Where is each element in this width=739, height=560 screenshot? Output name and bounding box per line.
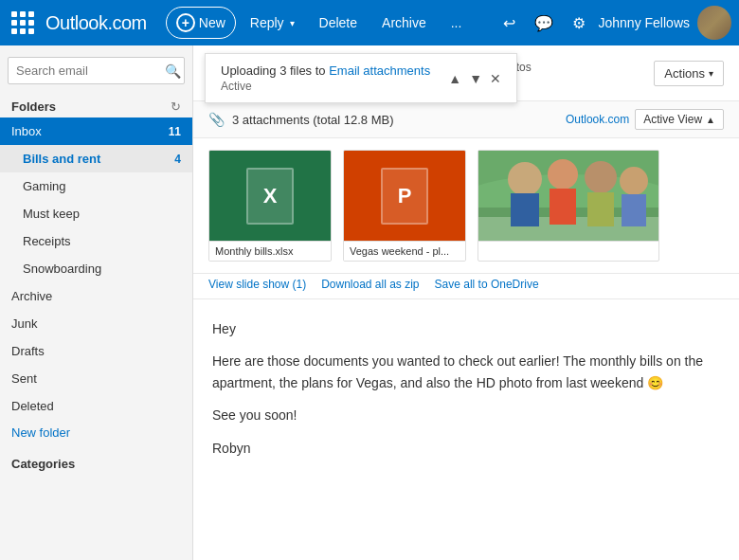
active-view-chevron-icon: ▲ [706, 115, 715, 125]
photo-preview [478, 151, 658, 241]
sidebar: 🔍 Folders ↻ Inbox 11 Bills and rent 4 Ga… [0, 45, 193, 560]
photo-image [478, 151, 658, 241]
user-name[interactable]: Johnny Fellows [599, 15, 691, 30]
pptx-icon: P [381, 168, 428, 225]
reply-button[interactable]: Reply ▾ [240, 9, 305, 37]
sidebar-item-sent[interactable]: Sent [0, 365, 192, 392]
svg-point-8 [585, 161, 617, 193]
save-onedrive-link[interactable]: Save all to OneDrive [435, 278, 539, 291]
avatar-image [697, 6, 731, 40]
attachment-xlsx[interactable]: X Monthly bills.xlsx [208, 150, 332, 262]
archive-button[interactable]: Archive [371, 9, 437, 37]
svg-rect-7 [550, 189, 576, 225]
more-button[interactable]: ... [441, 9, 473, 37]
paperclip-icon: 📎 [208, 112, 225, 127]
attachment-thumbnails: X Monthly bills.xlsx P Vegas weekend - p… [193, 138, 739, 274]
upload-close-icon[interactable]: ✕ [490, 71, 501, 86]
download-all-link[interactable]: Download all as zip [321, 278, 419, 291]
sidebar-item-junk[interactable]: Junk [0, 310, 192, 337]
sidebar-item-bills[interactable]: Bills and rent 4 [0, 145, 192, 172]
pptx-preview: P [344, 151, 465, 241]
nav-actions: + New Reply ▾ Delete Archive ... [166, 7, 473, 39]
sidebar-item-receipts[interactable]: Receipts [0, 227, 192, 255]
chat-icon-button[interactable]: 💬 [529, 9, 559, 38]
attachment-photo[interactable] [478, 150, 659, 262]
search-box: 🔍 [8, 57, 185, 84]
settings-icon-button[interactable]: ⚙ [567, 9, 591, 38]
sidebar-item-snowboarding[interactable]: Snowboarding [0, 255, 192, 282]
upload-text: Uploading 3 files to Email attachments [221, 63, 430, 78]
upload-status: Active [221, 80, 430, 93]
email-content: Robyn Sellers @11:41AM Documents Photos … [193, 45, 739, 560]
app-grid-button[interactable] [8, 8, 38, 38]
sidebar-item-drafts[interactable]: Drafts [0, 337, 192, 365]
svg-rect-11 [622, 194, 646, 226]
categories-label: Categories [0, 445, 192, 475]
body-closing: See you soon! [212, 405, 720, 425]
delete-button[interactable]: Delete [309, 9, 368, 37]
pptx-filename: Vegas weekend - pl... [344, 241, 465, 261]
sidebar-item-mustkeep[interactable]: Must keep [0, 200, 192, 227]
xlsx-filename: Monthly bills.xlsx [209, 241, 331, 261]
body-main: Here are those documents you wanted to c… [212, 351, 720, 393]
svg-point-6 [548, 159, 578, 190]
xlsx-preview: X [209, 151, 331, 241]
bills-label: Bills and rent [23, 152, 100, 166]
active-view-label: Active View [643, 113, 702, 126]
actions-button[interactable]: Actions ▾ [654, 61, 724, 86]
svg-rect-5 [511, 193, 539, 226]
active-view-button[interactable]: Active View ▲ [635, 109, 724, 130]
search-button[interactable]: 🔍 [165, 63, 181, 79]
attachment-source: Outlook.com [566, 113, 629, 126]
reply-dropdown-icon: ▾ [290, 18, 295, 28]
new-plus-icon: + [176, 13, 195, 32]
xlsx-icon: X [246, 168, 294, 225]
outlook-source-link[interactable]: Outlook.com [566, 113, 629, 126]
archive-label: Archive [11, 289, 52, 303]
sidebar-item-gaming[interactable]: Gaming [0, 172, 192, 200]
photo-filename [478, 241, 658, 258]
sidebar-item-inbox[interactable]: Inbox 11 [0, 117, 192, 145]
brand-logo: Outlook.com [45, 12, 147, 34]
attachment-pptx[interactable]: P Vegas weekend - pl... [343, 150, 466, 262]
mustkeep-label: Must keep [23, 207, 80, 221]
sidebar-item-deleted[interactable]: Deleted [0, 392, 192, 420]
attachment-links: View slide show (1) Download all as zip … [193, 274, 739, 299]
undo-icon-button[interactable]: ↩ [497, 9, 521, 38]
body-greeting: Hey [212, 318, 720, 339]
sent-label: Sent [11, 371, 37, 386]
upload-collapse-up-icon[interactable]: ▲ [448, 71, 461, 86]
grid-icon [11, 11, 34, 34]
search-input[interactable] [8, 57, 185, 84]
xlsx-letter: X [263, 184, 278, 208]
upload-info: Uploading 3 files to Email attachments A… [221, 63, 430, 93]
gaming-label: Gaming [23, 179, 66, 193]
upload-expand-down-icon[interactable]: ▼ [469, 71, 482, 86]
sidebar-item-archive[interactable]: Archive [0, 282, 192, 310]
upload-banner: Uploading 3 files to Email attachments A… [205, 53, 517, 103]
drafts-label: Drafts [11, 344, 45, 358]
new-folder-link[interactable]: New folder [0, 420, 192, 445]
pptx-letter: P [398, 184, 412, 208]
refresh-icon[interactable]: ↻ [171, 99, 181, 114]
attachment-count: 3 attachments (total 12.8 MB) [232, 113, 566, 127]
top-bar: Outlook.com + New Reply ▾ Delete Archive… [0, 0, 739, 45]
inbox-badge: 11 [169, 125, 181, 138]
new-button[interactable]: + New [166, 7, 236, 39]
upload-link[interactable]: Email attachments [329, 63, 430, 78]
junk-label: Junk [11, 316, 37, 331]
email-body: Hey Here are those documents you wanted … [193, 299, 739, 560]
bills-badge: 4 [174, 153, 181, 166]
avatar[interactable] [697, 6, 731, 40]
svg-point-4 [508, 162, 542, 196]
view-slideshow-link[interactable]: View slide show (1) [208, 278, 306, 291]
svg-point-10 [620, 167, 648, 195]
deleted-label: Deleted [11, 399, 54, 413]
actions-chevron-icon: ▾ [709, 68, 713, 79]
nav-right: ↩ 💬 ⚙ Johnny Fellows [497, 6, 732, 40]
receipts-label: Receipts [23, 234, 71, 248]
svg-rect-9 [587, 192, 614, 226]
folders-header: Folders ↻ [0, 92, 192, 117]
attachments-header: 📎 3 attachments (total 12.8 MB) Outlook.… [193, 101, 739, 138]
upload-icons: ▲ ▼ ✕ [448, 71, 501, 86]
